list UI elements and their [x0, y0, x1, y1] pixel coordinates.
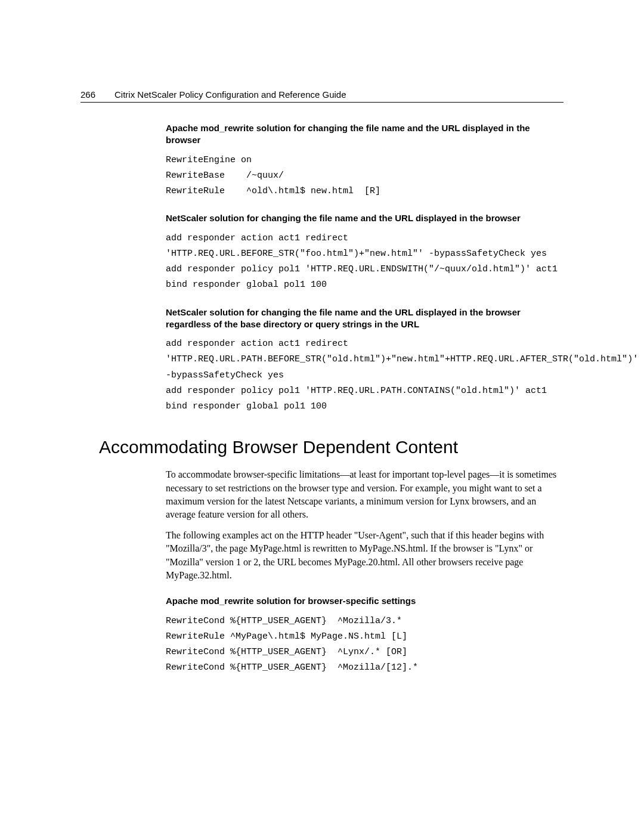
code-line: add responder policy pol1 'HTTP.REQ.URL.… — [166, 264, 558, 274]
page-header: 266 Citrix NetScaler Policy Configuratio… — [80, 89, 564, 103]
code-line: RewriteBase /~quux/ — [166, 171, 284, 181]
code-block-3: add responder action act1 redirect 'HTTP… — [166, 336, 564, 414]
sub-heading-4: Apache mod_rewrite solution for browser-… — [166, 595, 564, 607]
code-line: bind responder global pol1 100 — [166, 280, 327, 290]
code-line: add responder action act1 redirect 'HTTP… — [166, 339, 643, 380]
paragraph-1: To accommodate browser-specific limitati… — [166, 468, 564, 522]
main-heading: Accommodating Browser Dependent Content — [99, 437, 564, 457]
code-block-4: RewriteCond %{HTTP_USER_AGENT} ^Mozilla/… — [166, 614, 564, 676]
content-block-2: To accommodate browser-specific limitati… — [166, 468, 564, 676]
code-line: RewriteRule ^old\.html$ new.html [R] — [166, 186, 380, 196]
content-block-1: Apache mod_rewrite solution for changing… — [166, 122, 564, 414]
code-line: RewriteCond %{HTTP_USER_AGENT} ^Mozilla/… — [166, 662, 418, 673]
code-block-1: RewriteEngine on RewriteBase /~quux/ Rew… — [166, 153, 564, 200]
sub-heading-2: NetScaler solution for changing the file… — [166, 212, 564, 224]
code-line: RewriteRule ^MyPage\.html$ MyPage.NS.htm… — [166, 631, 407, 642]
paragraph-2: The following examples act on the HTTP h… — [166, 529, 564, 583]
page-number: 266 — [80, 89, 95, 100]
code-line: bind responder global pol1 100 — [166, 401, 327, 411]
document-page: 266 Citrix NetScaler Policy Configuratio… — [0, 0, 644, 833]
code-block-2: add responder action act1 redirect 'HTTP… — [166, 231, 564, 293]
code-line: RewriteEngine on — [166, 155, 252, 165]
sub-heading-3: NetScaler solution for changing the file… — [166, 306, 564, 331]
code-line: add responder action act1 redirect 'HTTP… — [166, 233, 547, 259]
code-line: RewriteCond %{HTTP_USER_AGENT} ^Mozilla/… — [166, 616, 402, 626]
code-line: add responder policy pol1 'HTTP.REQ.URL.… — [166, 386, 547, 396]
sub-heading-1: Apache mod_rewrite solution for changing… — [166, 122, 564, 147]
main-heading-section: Accommodating Browser Dependent Content — [99, 437, 564, 457]
page-header-line: 266 Citrix NetScaler Policy Configuratio… — [80, 89, 564, 103]
code-line: RewriteCond %{HTTP_USER_AGENT} ^Lynx/.* … — [166, 647, 407, 657]
page-header-title: Citrix NetScaler Policy Configuration an… — [114, 89, 346, 100]
